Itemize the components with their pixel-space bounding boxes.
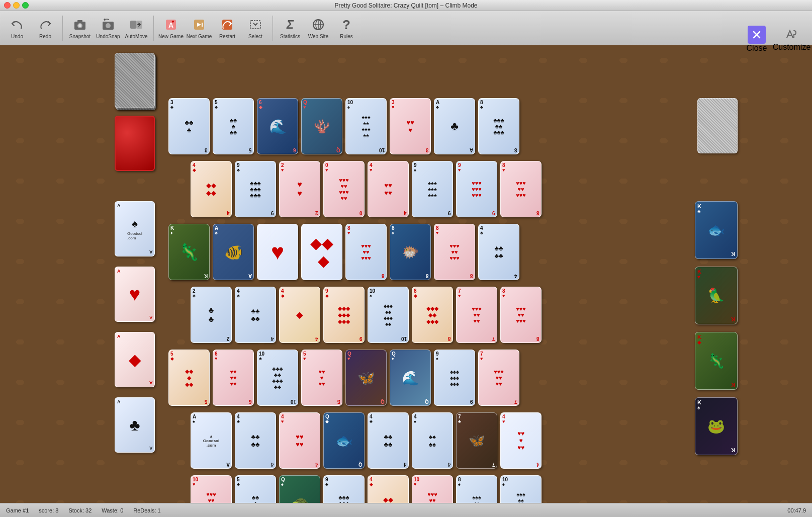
titlebar: Pretty Good Solitaire: Crazy Quilt [tom]… — [0, 0, 812, 11]
card-0h-r2[interactable]: 0 ♥ ♥♥♥♥♥♥♥♥♥♥ 0 — [323, 161, 365, 217]
card-ac-1[interactable]: A ♣ ♣ A — [434, 98, 475, 154]
card-10s-r4[interactable]: 10 ♠ ♠♠♠♠♠♠♠♠♠♠ 10 — [368, 287, 409, 343]
ace-hearts-pile[interactable]: A ♥ A — [115, 267, 155, 322]
foundation-k-clubs[interactable]: K ♣ 🐟 K — [695, 201, 738, 259]
customize-button[interactable]: Customize — [775, 22, 808, 56]
ace-clubs-pile[interactable]: A ♣ A — [115, 397, 155, 453]
card-diamonds-center[interactable]: ◆◆◆ — [301, 224, 342, 280]
card-2h-r2[interactable]: 2 ♥ ♥♥ 2 — [279, 161, 320, 217]
undosnap-icon — [100, 17, 116, 33]
card-4c-r6b[interactable]: 4 ♣ ♣♣♣♣ 4 — [368, 412, 409, 469]
statistics-button[interactable]: Σ Statistics — [277, 14, 303, 43]
close-button[interactable]: Close — [742, 22, 772, 56]
snapshot-button[interactable]: Snapshot — [67, 14, 93, 43]
card-9s-r2[interactable]: 9 ♠ ♠♠♠♠♠♠♠♠♠ 9 — [412, 161, 453, 217]
card-10c-r5[interactable]: 10 ♣ ♣♣♣♣♣♣♣♣♣♣ 10 — [257, 350, 298, 406]
foundation-k-diamonds[interactable]: K ◆ 🦎 K — [695, 332, 738, 390]
foundation-k-spades[interactable]: K ♠ 🐸 K — [695, 397, 738, 455]
card-9d-r4[interactable]: 9 ◆ ◆◆◆◆◆◆◆◆◆ 9 — [323, 287, 365, 343]
nextgame-label: Next Game — [187, 34, 212, 39]
newgame-button[interactable]: A ♥ New Game — [158, 14, 184, 43]
card-q-coral[interactable]: Q ♦ 🌊 Q — [390, 350, 431, 406]
timer-display: 00:47.9 — [787, 507, 806, 513]
card-d-r4[interactable]: 4 ◆ ◆ 4 — [279, 287, 320, 343]
card-k-lizard[interactable]: K ♦ 🦎 K — [168, 224, 210, 280]
card-q-butterfly[interactable]: Q ♥ 🦋 Q — [345, 350, 387, 406]
undosnap-label: UndoSnap — [96, 34, 120, 39]
restart-button[interactable]: Restart — [214, 14, 240, 43]
card-10s-1[interactable]: 10 ♠ ♠♠♠♠♠♠♠♠♠♠ 10 — [345, 98, 387, 154]
card-4h-r6[interactable]: 4 ♥ ♥♥♥♥ 4 — [279, 412, 320, 469]
card-8h-r2[interactable]: 8 ♥ ♥♥♥♥♥♥♥♥ 8 — [500, 161, 542, 217]
newgame-label: New Game — [158, 34, 184, 39]
card-6d-photo[interactable]: 6 ◆ 🌊 6 — [257, 98, 298, 154]
score-display: score: 8 — [39, 507, 58, 513]
card-4h-r2[interactable]: 4 ♥ ♥♥♥♥ 4 — [368, 161, 409, 217]
card-9h-r2b[interactable]: 9 ♥ ♥♥♥♥♥♥♥♥♥ 9 — [456, 161, 497, 217]
card-heart-center[interactable]: ♥ — [257, 224, 298, 280]
statistics-label: Statistics — [280, 34, 300, 39]
website-label: Web Site — [308, 34, 328, 39]
foundation-k-hearts[interactable]: K ♥ 🦜 K — [695, 267, 738, 324]
card-4c-r3[interactable]: 4 ♣ ♣♣♣♣ 4 — [478, 224, 519, 280]
rules-label: Rules — [340, 34, 353, 39]
ace-diamonds-pile[interactable]: A ◆ A — [115, 332, 155, 387]
customize-label: Customize — [773, 43, 811, 52]
card-6h-r5[interactable]: 6 ♥ ♥♥♥♥♥♥ 6 — [213, 350, 254, 406]
snapshot-label: Snapshot — [69, 34, 91, 39]
card-5h-r5[interactable]: 5 ♥ ♥♥♥♥♥ 5 — [301, 350, 342, 406]
redo-button[interactable]: Redo — [32, 14, 58, 43]
card-8d-r4[interactable]: 8 ◆ ◆◆◆◆◆◆◆◆ 8 — [412, 287, 453, 343]
card-5c-1[interactable]: 5 ♣ ♣♣♣♣♣ 5 — [213, 98, 254, 154]
card-9s-r5[interactable]: 9 ♠ ♠♠♠♠♠♠♠♠♠ 9 — [434, 350, 475, 406]
customize-icon — [785, 27, 799, 43]
redo-label: Redo — [39, 34, 51, 39]
card-8h-mid[interactable]: 8 ♥ ♥♥♥♥♥♥♥♥ 8 — [345, 224, 387, 280]
card-9c-r2[interactable]: 9 ♣ ♣♣♣♣♣♣♣♣♣ 9 — [235, 161, 276, 217]
card-4s-r6[interactable]: 4 ♠ ♠♠♠♠ 4 — [412, 412, 453, 469]
card-h-r6[interactable]: 4 ♥ ♥♥♥♥♥ 4 — [500, 412, 542, 469]
select-button[interactable]: Select — [242, 14, 268, 43]
separator-1 — [62, 16, 63, 41]
card-2c-r4[interactable]: 2 ♣ ♣♣ 2 — [191, 287, 232, 343]
restart-label: Restart — [219, 34, 235, 39]
card-qh-photo[interactable]: Q ♥ 🪸 Q — [301, 98, 342, 154]
card-7h-r4[interactable]: 7 ♥ ♥♥♥♥♥♥♥ 7 — [456, 287, 497, 343]
nextgame-button[interactable]: Next Game — [186, 14, 212, 43]
stock-pile[interactable] — [115, 53, 155, 108]
svg-text:♥: ♥ — [171, 19, 174, 24]
svg-point-5 — [106, 23, 111, 28]
card-8h-r4[interactable]: 8 ♥ ♥♥♥♥♥♥♥♥ 8 — [500, 287, 542, 343]
close-traffic-light[interactable] — [4, 2, 11, 9]
card-8h-r3b[interactable]: 8 ♥ ♥♥♥♥♥♥♥♥ 8 — [434, 224, 475, 280]
card-a-goodsol[interactable]: A ♠ ▲Goodsol.com A — [191, 412, 232, 469]
automove-button[interactable]: AutoMove — [123, 14, 149, 43]
svg-rect-3 — [77, 20, 82, 22]
card-a7-clubs[interactable]: A ♣ 🐠 A — [213, 224, 254, 280]
card-fish-photo[interactable]: 8 ♠ 🐡 8 — [390, 224, 431, 280]
statusbar: Game #1 score: 8 Stock: 32 Waste: 0 ReDe… — [0, 503, 812, 517]
card-4c-r6[interactable]: 4 ♣ ♣♣♣♣ 4 — [235, 412, 276, 469]
automove-label: AutoMove — [125, 34, 147, 39]
card-4c-r4a[interactable]: 4 ♣ ♣♣♣♣ 4 — [235, 287, 276, 343]
zoom-traffic-light[interactable] — [22, 2, 29, 9]
card-8c-1[interactable]: 8 ♣ ♣♣♣♣♣♣♣♣ 8 — [478, 98, 519, 154]
undosnap-button[interactable]: UndoSnap — [95, 14, 121, 43]
close-label: Close — [747, 44, 767, 53]
ace-spades-pile[interactable]: A ♠ Goodsol.com A — [115, 201, 155, 256]
waste-pile[interactable] — [115, 116, 155, 171]
website-button[interactable]: Web Site — [305, 14, 331, 43]
card-4d-r2[interactable]: 4 ◆ ◆◆◆◆ 4 — [191, 161, 232, 217]
card-5d-r5[interactable]: 5 ◆ ◆◆◆◆◆ 5 — [168, 350, 210, 406]
nextgame-icon — [191, 17, 207, 33]
card-fish-r6[interactable]: Q ◆ 🐟 Q — [323, 412, 365, 469]
card-butterfly-r6[interactable]: 7 ♣ 🦋 7 — [456, 412, 497, 469]
rules-button[interactable]: ? Rules — [333, 14, 359, 43]
card-3c-1[interactable]: 3 ♣ ♣♣♣ 3 — [168, 98, 210, 154]
undo-button[interactable]: Undo — [4, 14, 30, 43]
separator-2 — [153, 16, 154, 41]
minimize-traffic-light[interactable] — [13, 2, 20, 9]
card-7h-r5[interactable]: 7 ♥ ♥♥♥♥♥♥♥ 7 — [478, 350, 519, 406]
card-3h-1[interactable]: 3 ♥ ♥♥♥ 3 — [390, 98, 431, 154]
automove-icon — [128, 17, 144, 33]
